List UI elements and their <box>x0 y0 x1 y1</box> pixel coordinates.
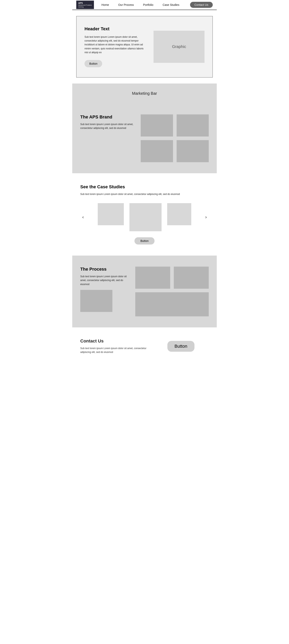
brand-image-3 <box>141 140 173 162</box>
case-studies-sub: Sub text lorem ipsum Lorem ipsum dolor s… <box>80 192 209 196</box>
marketing-bar-label: Marketing Bar <box>132 91 157 96</box>
brand-image-grid <box>141 114 209 162</box>
contact-section: Contact Us Sub text lorem ipsum Lorem ip… <box>72 328 217 366</box>
nav-contact-button[interactable]: Contact Us <box>190 2 213 8</box>
case-studies-button[interactable]: Button <box>134 237 154 244</box>
brand-sub: Sub text lorem ipsum Lorem ipsum dolor s… <box>80 122 135 130</box>
hero-button[interactable]: Button <box>84 60 102 67</box>
hero-graphic: Graphic <box>154 31 204 63</box>
process-right-block <box>135 266 209 316</box>
nav-links: Home Our Process Portfolio Case Studies <box>98 2 190 8</box>
brand-image-2 <box>176 114 209 136</box>
hero-title: Header Text <box>84 26 146 32</box>
logo-sub2: Solving <box>78 6 92 8</box>
brand-title: The APS Brand <box>80 114 135 120</box>
marketing-bar: Marketing Bar <box>72 84 217 104</box>
logo-sub1: Advanced Problem <box>78 4 92 6</box>
process-image-1 <box>135 266 170 289</box>
carousel-prev-arrow[interactable]: ‹ <box>80 214 86 220</box>
brand-image-1 <box>141 114 173 136</box>
process-top-row <box>135 266 209 289</box>
logo: APS Advanced Problem Solving <box>76 0 94 9</box>
nav-our-process[interactable]: Our Process <box>114 2 138 8</box>
navbar: APS Advanced Problem Solving Home Our Pr… <box>72 0 217 10</box>
logo-text: APS <box>78 2 92 4</box>
case-button-wrapper: Button <box>80 237 209 244</box>
case-studies-section: See the Case Studies Sub text lorem ipsu… <box>72 173 217 256</box>
carousel-item-1 <box>98 203 124 225</box>
carousel-item-2 <box>130 203 162 231</box>
process-title: The Process <box>80 266 129 272</box>
case-studies-title: See the Case Studies <box>80 184 209 190</box>
brand-section: The APS Brand Sub text lorem ipsum Lorem… <box>72 104 217 173</box>
contact-title: Contact Us <box>80 338 147 344</box>
carousel-items <box>86 203 203 231</box>
nav-case-studies[interactable]: Case Studies <box>159 2 183 8</box>
nav-home[interactable]: Home <box>98 2 112 8</box>
process-section-wrapper: The Process Sub text lorem ipsum Lorem i… <box>72 256 217 328</box>
nav-portfolio[interactable]: Portfolio <box>140 2 157 8</box>
carousel-next-arrow[interactable]: › <box>203 214 209 220</box>
carousel-item-3 <box>167 203 191 225</box>
contact-button-wrapper: Button <box>153 341 209 352</box>
process-sub: Sub text lorem ipsum Lorem ipsum dolor s… <box>80 274 129 286</box>
process-text-block: The Process Sub text lorem ipsum Lorem i… <box>80 266 129 316</box>
process-image-bottom-left <box>80 290 112 312</box>
brand-section-wrapper: The APS Brand Sub text lorem ipsum Lorem… <box>72 104 217 173</box>
hero-section: Header Text Sub text lorem ipsum Lorem i… <box>76 16 213 78</box>
brand-text-block: The APS Brand Sub text lorem ipsum Lorem… <box>80 114 135 162</box>
process-image-wide <box>135 292 209 316</box>
process-image-2 <box>174 266 209 289</box>
contact-button[interactable]: Button <box>168 341 195 352</box>
contact-text-block: Contact Us Sub text lorem ipsum Lorem ip… <box>80 338 147 354</box>
hero-sub: Sub text lorem ipsum Lorem ipsum dolor s… <box>84 35 146 54</box>
brand-image-4 <box>176 140 209 162</box>
hero-text-block: Header Text Sub text lorem ipsum Lorem i… <box>84 26 146 67</box>
contact-sub: Sub text lorem ipsum Lorem ipsum dolor s… <box>80 346 147 354</box>
process-section: The Process Sub text lorem ipsum Lorem i… <box>72 256 217 328</box>
case-carousel: ‹ › <box>80 203 209 231</box>
